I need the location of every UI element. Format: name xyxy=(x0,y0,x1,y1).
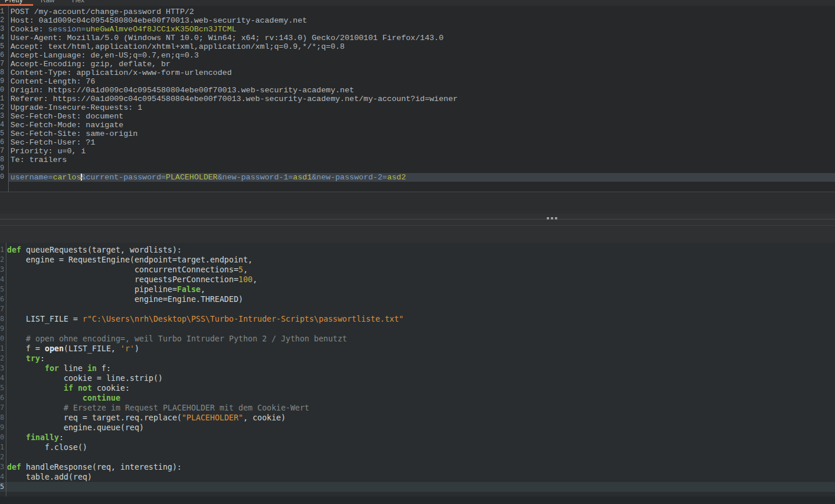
code-line: POST /my-account/change-password HTTP/2 xyxy=(9,8,835,16)
line-number: 5 xyxy=(0,383,6,393)
code-line: # Ersetze im Request PLACEHOLDER mit dem… xyxy=(6,403,835,413)
line-number: 0 xyxy=(0,334,6,344)
code-line: if not cookie: xyxy=(6,383,835,393)
line-number: 0 xyxy=(0,173,8,182)
line-number: 9 xyxy=(0,77,8,86)
code-line: engine=Engine.THREADED) xyxy=(6,294,835,304)
line-number: 4 xyxy=(0,34,8,42)
code-line: Sec-Fetch-Site: same-origin xyxy=(9,129,835,138)
line-number: 2 xyxy=(0,452,6,462)
code-line xyxy=(9,164,835,173)
line-number: 2 xyxy=(0,16,8,25)
line-number: 5 xyxy=(0,129,8,138)
line-number: 1 xyxy=(0,442,6,452)
search-bar-row: ? ⚙ ← → xyxy=(0,192,835,214)
code-line xyxy=(6,482,835,492)
line-number: 3 xyxy=(0,363,6,373)
line-number: 9 xyxy=(0,423,6,433)
line-number: 6 xyxy=(0,294,6,304)
code-line: User-Agent: Mozilla/5.0 (Windows NT 10.0… xyxy=(9,34,835,42)
code-line xyxy=(6,324,835,334)
script-toolbar: Last code used Choose scripts dir Save xyxy=(0,225,835,243)
code-line: f = open(LIST_FILE, 'r') xyxy=(6,344,835,354)
code-line: def queueRequests(target, wordlists): xyxy=(6,245,835,255)
code-line: username=carlos&current-password=PLACEHO… xyxy=(9,173,835,182)
line-number: 3 xyxy=(0,25,8,34)
code-line: continue xyxy=(6,393,835,403)
line-number: 5 xyxy=(0,42,8,51)
line-number: 2 xyxy=(0,255,6,265)
line-number: 8 xyxy=(0,69,8,77)
code-line: Referer: https://0a1d009c04c0954580804eb… xyxy=(9,95,835,103)
line-number: 6 xyxy=(0,51,8,60)
http-request-editor[interactable]: 12345678901234567890 POST /my-account/ch… xyxy=(0,6,835,192)
code-line: requestsPerConnection=100, xyxy=(6,275,835,285)
code-line: f.close() xyxy=(6,442,835,452)
line-number: 3 xyxy=(0,462,6,472)
code-line: for line in f: xyxy=(6,363,835,373)
line-number: 5 xyxy=(0,482,6,492)
line-number: 1 xyxy=(0,344,6,354)
code-line: Sec-Fetch-Mode: navigate xyxy=(9,121,835,129)
line-number: 3 xyxy=(0,112,8,121)
script-code-area[interactable]: def queueRequests(target, wordlists): en… xyxy=(6,245,835,492)
line-number: 4 xyxy=(0,275,6,285)
message-editor-tabbar: Pretty Raw Hex xyxy=(0,0,835,6)
line-number: 2 xyxy=(0,103,8,112)
request-code-area[interactable]: POST /my-account/change-password HTTP/2H… xyxy=(9,8,835,182)
line-number: 4 xyxy=(0,121,8,129)
code-line: Sec-Fetch-User: ?1 xyxy=(9,138,835,147)
line-number: 1 xyxy=(0,8,8,16)
code-line: Te: trailers xyxy=(9,156,835,164)
code-line: # open ohne encoding=, weil Turbo Intrud… xyxy=(6,334,835,344)
python-script-editor[interactable]: 1234567890123456789012345 def queueReque… xyxy=(0,243,835,504)
tab-raw[interactable]: Raw xyxy=(41,0,55,4)
line-number: 4 xyxy=(0,472,6,482)
code-line: Upgrade-Insecure-Requests: 1 xyxy=(9,103,835,112)
code-line: def handleResponse(req, interesting): xyxy=(6,462,835,472)
line-number: 0 xyxy=(0,86,8,95)
code-line: cookie = line.strip() xyxy=(6,373,835,383)
line-number: 8 xyxy=(0,314,6,324)
code-line: Content-Type: application/x-www-form-url… xyxy=(9,69,835,77)
splitter-line xyxy=(0,219,835,219)
line-number: 4 xyxy=(0,373,6,383)
code-line: Cookie: session=uheGwAlmveO4f8JCC1xK35OB… xyxy=(9,25,835,34)
line-number: 7 xyxy=(0,147,8,156)
line-number: 5 xyxy=(0,285,6,294)
tab-hex[interactable]: Hex xyxy=(72,0,84,4)
line-number: 1 xyxy=(0,95,8,103)
panel-splitter[interactable] xyxy=(0,214,835,225)
code-line: try: xyxy=(6,354,835,363)
code-line: pipeline=False, xyxy=(6,285,835,294)
code-line: Priority: u=0, i xyxy=(9,147,835,156)
code-line: Host: 0a1d009c04c0954580804ebe00f70013.w… xyxy=(9,16,835,25)
code-line: Sec-Fetch-Dest: document xyxy=(9,112,835,121)
line-number: 3 xyxy=(0,265,6,275)
code-line: req = target.req.replace("PLACEHOLDER", … xyxy=(6,413,835,423)
line-number: 8 xyxy=(0,156,8,164)
code-line xyxy=(6,304,835,314)
code-line: Accept-Encoding: gzip, deflate, br xyxy=(9,60,835,69)
code-line: Origin: https://0a1d009c04c0954580804ebe… xyxy=(9,86,835,95)
line-number: 9 xyxy=(0,324,6,334)
line-number: 9 xyxy=(0,164,8,173)
tab-pretty[interactable]: Pretty xyxy=(5,0,23,4)
line-number: 1 xyxy=(0,245,6,255)
editor-bottom-strip xyxy=(0,496,835,504)
code-line: LIST_FILE = r"C:\Users\nrh\Desktop\PSS\T… xyxy=(6,314,835,324)
line-number: 2 xyxy=(0,354,6,363)
request-line-number-gutter: 12345678901234567890 xyxy=(0,6,9,192)
line-number: 8 xyxy=(0,413,6,423)
code-line xyxy=(6,452,835,462)
line-number: 6 xyxy=(0,393,6,403)
line-number: 7 xyxy=(0,304,6,314)
line-number: 0 xyxy=(0,433,6,442)
code-line: Content-Length: 76 xyxy=(9,77,835,86)
code-line: engine = RequestEngine(endpoint=target.e… xyxy=(6,255,835,265)
code-line: concurrentConnections=5, xyxy=(6,265,835,275)
script-line-number-gutter: 1234567890123456789012345 xyxy=(0,243,6,496)
code-line: Accept-Language: de,en-US;q=0.7,en;q=0.3 xyxy=(9,51,835,60)
splitter-handle-icon[interactable] xyxy=(547,217,557,219)
line-number: 6 xyxy=(0,138,8,147)
